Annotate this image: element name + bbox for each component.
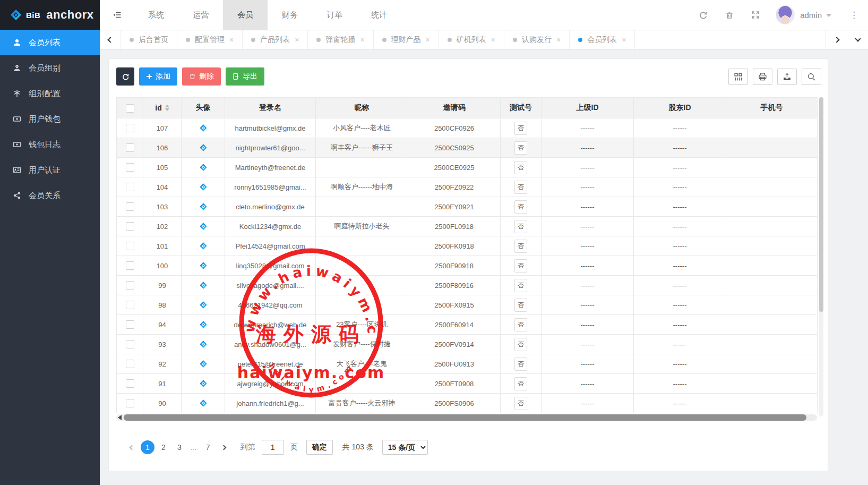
row-checkbox[interactable]	[126, 163, 134, 172]
test-flag-badge[interactable]: 否	[514, 338, 527, 351]
topnav-stats[interactable]: 统计	[357, 0, 401, 30]
sidebar-item-user-wallet[interactable]: 用户钱包	[0, 106, 100, 132]
search-icon[interactable]	[802, 69, 821, 85]
tab-close-icon[interactable]: ×	[360, 36, 364, 44]
topnav-order[interactable]: 订单	[312, 0, 357, 30]
tab-products[interactable]: 产品列表 ×	[243, 30, 308, 49]
topnav-operation[interactable]: 运营	[178, 0, 223, 30]
scroll-left-arrow-icon[interactable]	[118, 415, 122, 420]
tab-finance-products[interactable]: 理财产品 ×	[374, 30, 439, 49]
test-flag-badge[interactable]: 否	[514, 181, 527, 194]
tab-close-icon[interactable]: ×	[229, 36, 234, 44]
user-avatar[interactable]	[776, 5, 795, 24]
vertical-scrollbar[interactable]	[819, 97, 823, 416]
sidebar-item-member-relations[interactable]: 会员关系	[0, 183, 100, 208]
sidebar-item-user-verify[interactable]: 用户认证	[0, 157, 100, 183]
test-flag-badge[interactable]: 否	[514, 220, 527, 233]
row-checkbox[interactable]	[126, 183, 134, 191]
test-flag-badge[interactable]: 否	[514, 299, 527, 312]
tab-popup-carousel[interactable]: 弹窗轮播 ×	[308, 30, 373, 49]
select-all-checkbox[interactable]	[126, 104, 134, 113]
tab-close-icon[interactable]: ×	[556, 36, 561, 44]
print-icon[interactable]	[753, 69, 772, 85]
row-checkbox[interactable]	[126, 399, 134, 407]
row-checkbox[interactable]	[126, 340, 134, 348]
next-page-icon[interactable]	[217, 440, 231, 454]
row-checkbox[interactable]	[126, 124, 134, 132]
tab-miners[interactable]: 矿机列表 ×	[439, 30, 504, 49]
refresh-icon[interactable]	[690, 0, 716, 30]
columns-toggle-icon[interactable]	[728, 69, 748, 85]
row-checkbox[interactable]	[126, 222, 134, 231]
test-flag-badge[interactable]: 否	[514, 141, 527, 155]
tab-config[interactable]: 配置管理 ×	[177, 30, 243, 49]
sidebar-item-member-list[interactable]: 会员列表	[0, 30, 100, 55]
share-nodes-icon	[13, 191, 21, 200]
tabs-scroll-left-icon[interactable]	[100, 30, 121, 49]
more-menu-icon[interactable]: ⋮	[831, 10, 858, 21]
row-checkbox[interactable]	[126, 202, 134, 211]
row-checkbox[interactable]	[126, 320, 134, 329]
horizontal-scrollbar-thumb[interactable]	[124, 414, 806, 421]
tabs-scroll-right-icon[interactable]	[826, 30, 847, 49]
sidebar-toggle-icon[interactable]	[100, 0, 134, 30]
row-checkbox[interactable]	[126, 360, 134, 368]
cell-phone	[726, 315, 818, 335]
goto-page-input[interactable]	[262, 440, 284, 455]
vertical-scrollbar-thumb[interactable]	[819, 97, 823, 312]
test-flag-badge[interactable]: 否	[514, 318, 527, 331]
test-flag-badge[interactable]: 否	[514, 200, 527, 214]
tab-close-icon[interactable]: ×	[426, 36, 430, 44]
tabs-menu-icon[interactable]	[847, 30, 868, 49]
horizontal-scrollbar[interactable]	[116, 414, 817, 421]
test-flag-badge[interactable]: 否	[514, 122, 527, 135]
export-button[interactable]: 导出	[226, 67, 264, 86]
row-checkbox[interactable]	[126, 143, 134, 152]
tab-dot	[186, 38, 190, 42]
test-flag-badge[interactable]: 否	[514, 259, 527, 273]
topnav-finance[interactable]: 财务	[268, 0, 312, 30]
tab-subscription[interactable]: 认购发行 ×	[504, 30, 570, 49]
row-checkbox[interactable]	[126, 301, 134, 309]
confirm-button[interactable]: 确定	[306, 440, 333, 455]
tab-member-list[interactable]: 会员列表 ×	[570, 30, 635, 49]
prev-page-icon[interactable]	[125, 440, 139, 454]
test-flag-badge[interactable]: 否	[514, 377, 527, 390]
page-2[interactable]: 2	[157, 440, 170, 454]
cell-id: 100	[143, 256, 182, 276]
test-flag-badge[interactable]: 否	[514, 240, 527, 253]
page-7[interactable]: 7	[201, 440, 215, 454]
test-flag-badge[interactable]: 否	[514, 161, 527, 174]
table-row: 90johann.friedrich1@g...富贵客户-----火云邪神250…	[117, 394, 818, 413]
sidebar-item-member-groups[interactable]: 会员组别	[0, 55, 100, 81]
sidebar-item-wallet-log[interactable]: 钱包日志	[0, 132, 100, 157]
test-flag-badge[interactable]: 否	[514, 279, 527, 292]
test-flag-badge[interactable]: 否	[514, 358, 527, 371]
sidebar-item-label: 会员组别	[29, 63, 61, 73]
export-data-icon[interactable]	[777, 69, 797, 85]
cell-shareholder-id: ------	[634, 354, 726, 374]
row-checkbox[interactable]	[126, 261, 134, 270]
page-1[interactable]: 1	[141, 440, 154, 454]
tab-home[interactable]: 后台首页	[121, 30, 177, 49]
fullscreen-icon[interactable]	[742, 0, 768, 30]
tab-close-icon[interactable]: ×	[295, 36, 299, 44]
topnav-system[interactable]: 系统	[134, 0, 178, 30]
per-page-select[interactable]: 15 条/页	[382, 440, 428, 455]
user-menu-caret-icon[interactable]	[826, 14, 831, 17]
topnav-member[interactable]: 会员	[223, 0, 268, 30]
row-checkbox[interactable]	[126, 242, 134, 250]
sidebar-item-group-config[interactable]: 组别配置	[0, 81, 100, 106]
sort-icon[interactable]	[165, 105, 169, 111]
username-label[interactable]: admin	[800, 11, 822, 20]
delete-button[interactable]: 删除	[182, 67, 221, 86]
add-button[interactable]: 添加	[139, 67, 177, 86]
page-3[interactable]: 3	[173, 440, 186, 454]
row-checkbox[interactable]	[126, 281, 134, 290]
tab-close-icon[interactable]: ×	[491, 36, 495, 44]
test-flag-badge[interactable]: 否	[514, 397, 527, 410]
tab-close-icon[interactable]: ×	[622, 36, 626, 44]
trash-icon[interactable]	[716, 0, 742, 30]
refresh-button[interactable]	[116, 67, 134, 86]
row-checkbox[interactable]	[126, 379, 134, 388]
